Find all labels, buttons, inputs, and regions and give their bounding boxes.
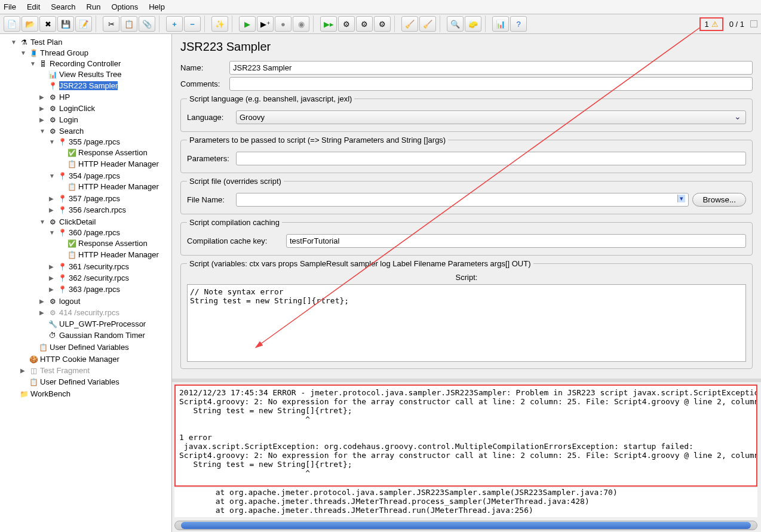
tree-414[interactable]: ▶⚙414 /security.rpcs <box>38 307 171 318</box>
paste-button[interactable]: 📎 <box>139 16 155 32</box>
menu-edit[interactable]: Edit <box>27 2 40 11</box>
name-input[interactable] <box>229 61 753 75</box>
horizontal-scrollbar[interactable] <box>174 521 757 530</box>
wand-button[interactable]: ✨ <box>211 16 228 32</box>
cache-fieldset: Script compilation caching Compilation c… <box>180 218 753 256</box>
log-panel[interactable]: 2012/12/23 17:45:34 ERROR - jmeter.proto… <box>174 385 757 487</box>
script-fieldset: Script (variables: ctx vars props Sample… <box>180 259 753 369</box>
start-no-timers-button[interactable]: ▶⁺ <box>257 16 274 32</box>
menu-run[interactable]: Run <box>87 2 101 11</box>
gear-icon: ⚙ <box>48 127 57 136</box>
tree-search[interactable]: ▼⚙Search <box>38 126 171 136</box>
stop-button[interactable]: ● <box>275 16 291 32</box>
menu-file[interactable]: File <box>4 2 16 11</box>
tree-360[interactable]: ▼📍360 /page.rpcs <box>48 227 171 238</box>
tree-hhm-1[interactable]: 📋HTTP Header Manager <box>57 159 171 169</box>
add-button[interactable]: + <box>166 16 183 32</box>
copy-button[interactable]: 📋 <box>121 16 137 32</box>
file-legend: Script file (overrides script) <box>187 177 284 186</box>
remote-stop-button[interactable]: ⚙ <box>356 16 373 32</box>
tree-355[interactable]: ▼📍355 /page.rpcs <box>48 137 171 147</box>
comments-input[interactable] <box>229 77 753 91</box>
function-helper-button[interactable]: 📊 <box>492 16 509 32</box>
save-button[interactable]: 💾 <box>57 16 74 32</box>
assert-icon: ✅ <box>67 149 76 157</box>
http-icon: 📍 <box>57 285 67 294</box>
tree-hhm-2[interactable]: 📋HTTP Header Manager <box>57 182 171 192</box>
cut-button[interactable]: ✂ <box>103 16 119 32</box>
tree-362[interactable]: ▶📍362 /security.rpcs <box>48 273 171 283</box>
language-select[interactable]: Groovy <box>236 110 746 124</box>
tree-hp[interactable]: ▶⚙HP <box>38 92 171 102</box>
open-button[interactable]: 📂 <box>22 16 38 32</box>
tree-udv-2[interactable]: 📋User Defined Variables <box>19 377 171 387</box>
tree-354[interactable]: ▼📍354 /page.rpcs <box>48 171 171 181</box>
tree-workbench[interactable]: 📁WorkBench <box>10 389 171 399</box>
tree-logout[interactable]: ▶⚙logout <box>38 296 171 306</box>
tree-363[interactable]: ▶📍363 /page.rpcs <box>48 284 171 294</box>
tree-grt[interactable]: ⏱Gaussian Random Timer <box>38 330 171 340</box>
new-button[interactable]: 📄 <box>4 16 20 32</box>
file-input[interactable] <box>236 193 689 207</box>
assert-icon: ✅ <box>67 239 76 248</box>
http-icon: 📍 <box>57 138 67 146</box>
script-legend: Script (variables: ctx vars props Sample… <box>187 259 533 268</box>
menu-search[interactable]: Search <box>51 2 75 11</box>
script-textarea[interactable] <box>187 284 746 362</box>
tree-login[interactable]: ▶⚙Login <box>38 115 171 125</box>
headers-icon: 📋 <box>67 183 76 191</box>
file-fieldset: Script file (overrides script) File Name… <box>180 177 753 214</box>
gear-icon: ⚙ <box>48 93 57 102</box>
http-icon: 📍 <box>57 206 67 214</box>
remote-shutdown-button[interactable]: ⚙ <box>374 16 391 32</box>
panel-title: JSR223 Sampler <box>180 40 753 54</box>
remove-button[interactable]: − <box>184 16 201 32</box>
fragment-icon: ◫ <box>29 367 38 375</box>
clear-button[interactable]: 🧹 <box>401 16 418 32</box>
help-button[interactable]: ? <box>510 16 527 32</box>
parameters-legend: Parameters to be passed to script (=> St… <box>187 136 448 144</box>
tree-recording-controller[interactable]: ▼🎛Recording Controller <box>29 59 171 69</box>
shutdown-button[interactable]: ◉ <box>293 16 309 32</box>
menu-options[interactable]: Options <box>111 2 138 11</box>
tree-udv-1[interactable]: 📋User Defined Variables <box>29 342 171 352</box>
vars-icon: 📋 <box>38 343 48 352</box>
search-icon-button[interactable]: 🔍 <box>447 16 464 32</box>
thread-icon: 🧵 <box>29 49 38 57</box>
menu-help[interactable]: Help <box>149 2 165 11</box>
tree-view-results[interactable]: 📊View Results Tree <box>38 69 171 79</box>
tree-361[interactable]: ▶📍361 /security.rpcs <box>48 262 171 272</box>
tree-jsr223[interactable]: 📍JSR223 Sampler <box>38 81 171 91</box>
clear-all-button[interactable]: 🧹 <box>419 16 436 32</box>
tree-ulp[interactable]: 🔧ULP_GWT-PreProcessor <box>38 319 171 329</box>
comments-label: Comments: <box>180 79 226 88</box>
preprocessor-icon: 🔧 <box>48 320 57 328</box>
tree-test-plan[interactable]: ▼⚗Test Plan <box>10 37 171 47</box>
timer-icon: ⏱ <box>48 331 57 340</box>
tree-test-fragment[interactable]: ▶◫Test Fragment <box>19 365 171 376</box>
tree-hhm-3[interactable]: 📋HTTP Header Manager <box>57 250 171 260</box>
cache-input[interactable] <box>286 234 746 248</box>
config-panel: JSR223 Sampler Name: Comments: Script la… <box>172 34 761 382</box>
tree-thread-group[interactable]: ▼🧵Thread Group <box>19 48 171 58</box>
remote-start-all-button[interactable]: ⚙ <box>338 16 355 32</box>
warning-indicator[interactable]: 1 ⚠ <box>699 17 723 31</box>
tree-ra-2[interactable]: ✅Response Assertion <box>57 238 171 248</box>
tree-357[interactable]: ▶📍357 /page.rpcs <box>48 193 171 204</box>
start-button[interactable]: ▶ <box>239 16 256 32</box>
toolbar: 📄 📂 ✖ 💾 📝 ✂ 📋 📎 + − ✨ ▶ ▶⁺ ● ◉ ▶▸ ⚙ ⚙ ⚙ … <box>0 14 761 34</box>
remote-start-button[interactable]: ▶▸ <box>320 16 337 32</box>
test-plan-tree[interactable]: ▼⚗Test Plan ▼🧵Thread Group ▼🎛Recording C… <box>0 34 172 532</box>
cache-legend: Script compilation caching <box>187 218 282 227</box>
reset-search-button[interactable]: 🧽 <box>465 16 481 32</box>
cookie-icon: 🍪 <box>29 355 38 364</box>
close-button[interactable]: ✖ <box>39 16 56 32</box>
tree-cookie-mgr[interactable]: 🍪HTTP Cookie Manager <box>19 354 171 364</box>
tree-ra-1[interactable]: ✅Response Assertion <box>57 147 171 158</box>
tree-clickdetail[interactable]: ▼⚙ClickDetail <box>38 217 171 227</box>
tree-loginclick[interactable]: ▶⚙LoginClick <box>38 103 171 113</box>
parameters-input[interactable] <box>236 152 746 165</box>
save-as-button[interactable]: 📝 <box>75 16 92 32</box>
tree-356[interactable]: ▶📍356 /search.rpcs <box>48 205 171 215</box>
browse-button[interactable]: Browse... <box>692 193 746 207</box>
